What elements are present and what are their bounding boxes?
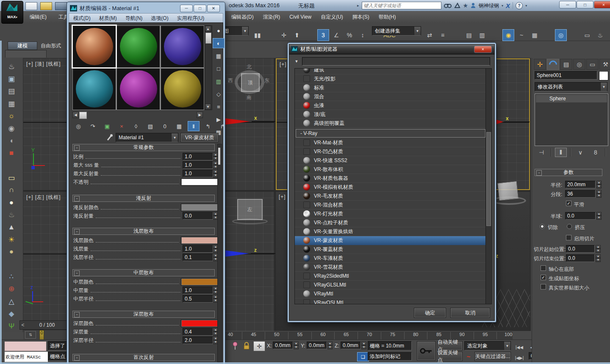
viewport-perspective-label[interactable]: [+] [279,194,286,200]
background-icon[interactable]: ▦ [213,51,225,61]
time-slider[interactable]: < 0 / 100 [19,320,69,330]
me-menu-item[interactable]: 选项(O) [147,15,172,22]
sample-slot[interactable] [117,69,160,110]
get-material-icon[interactable]: ◎ [72,121,84,131]
radius-spinner[interactable]: ▲▼ [596,181,602,188]
communication-center-icon[interactable] [454,3,460,8]
tab-create[interactable]: ✛ [534,59,546,70]
slots-hscroll-left[interactable]: ◀ [72,112,79,118]
menu-item[interactable]: 脚本(S) [351,11,371,23]
lattice-icon[interactable]: △ [3,295,20,308]
tab-motion[interactable]: ◎ [573,59,585,70]
y-coord-spinner[interactable]: ▲▼ [327,342,333,349]
separator[interactable] [542,29,554,41]
make-material-copy-icon[interactable]: ◊ [130,121,142,131]
isolate-selection-icon[interactable]: ❏ [357,352,369,361]
x-coord-field[interactable] [273,342,293,349]
microphone-icon[interactable]: ◖ [3,135,20,147]
browser-item[interactable]: 虫漆 [295,101,486,110]
mirror-icon[interactable]: ⇄ [424,29,435,41]
time-slider-thumb[interactable]: 0 [39,330,44,340]
rollout-general-params[interactable]: -常规参数 [72,144,215,151]
menu-item[interactable]: 自定义(U) [319,11,345,23]
squash-radio[interactable] [567,224,572,229]
me-close-button[interactable]: ✕ [207,5,220,12]
search-input[interactable] [362,2,441,9]
material-editor-icon[interactable]: ◉ [502,29,514,41]
browser-item[interactable]: VR-模拟有机材质 [295,183,486,192]
sample-slot[interactable] [161,26,204,67]
render-production-icon[interactable]: ♨ [594,29,606,41]
add-time-tag[interactable]: 添加时间标记 [368,352,412,361]
me-menu-item[interactable]: 导航(N) [121,15,147,22]
angle-snap-icon[interactable]: ∠ [330,29,342,41]
show-end-result-stack-icon[interactable]: ‖ [555,148,567,157]
maximize-window-button[interactable]: □ [577,1,593,8]
browser-item[interactable]: 顶/底 [295,110,486,119]
backlight-icon[interactable]: ◐ [213,38,225,48]
molecules-icon[interactable]: ⊕ [3,283,20,295]
render-iray-icon[interactable]: ♨ [607,29,610,41]
radius-field[interactable] [565,181,596,188]
sample-slot[interactable] [73,69,116,110]
scatter-icon[interactable]: ∴ [3,270,20,283]
browser-item[interactable]: VR-快速 SSS2 [295,156,486,165]
separator[interactable] [568,29,580,41]
slice-to-spinner[interactable]: ▲▼ [596,254,601,262]
absolute-relative-coords-icon[interactable]: ✛ [253,341,265,351]
browser-item[interactable]: VR-毛发材质 [295,192,486,201]
menu-item[interactable]: 渲染(R) [261,11,282,23]
me-minimize-button[interactable]: ─ [180,5,193,12]
remove-modifier-icon[interactable]: 8 [590,148,602,157]
browser-item[interactable]: VRayOSLMtl [295,298,486,304]
separator[interactable] [3,258,20,270]
browser-item[interactable]: 标准 [295,83,486,92]
sample-type-icon[interactable]: ● [213,25,225,36]
exchange-store-icon[interactable]: X [506,2,510,9]
maxscript-listener-white[interactable]: 欢迎使用 MAXSc [4,351,48,362]
align-icon[interactable]: ≡ [437,29,449,41]
hemisphere-field[interactable] [565,212,596,220]
sphere-light-icon[interactable]: ● [3,196,20,209]
search-binoculars-icon[interactable] [444,3,452,8]
separator[interactable] [265,29,277,41]
pick-material-eyedropper-icon[interactable] [106,134,113,141]
app-button[interactable]: MAX▾ [1,1,23,24]
plane-icon[interactable]: ▭ [3,172,20,184]
put-to-scene-icon[interactable]: ↷ [87,121,99,131]
menu-item[interactable]: 编辑器(D) [230,11,255,23]
set-key-button[interactable]: 设置关键点 [437,352,463,361]
tab-utilities[interactable]: ⚒ [599,59,610,70]
sample-slot[interactable] [73,26,116,67]
browser-close-button[interactable]: × [474,46,492,53]
browser-item[interactable]: VR-散布体积 [295,165,486,174]
pin-stack-icon[interactable]: ⊣ [535,148,547,157]
sample-slot[interactable] [161,69,204,110]
go-forward-to-sibling-icon[interactable]: ↱ [216,121,228,131]
param-value-field[interactable]: 1.0 [183,161,213,169]
viewcube-top-compass[interactable]: 顶 北 南 西 东 [234,64,266,102]
selection-lock-icon[interactable] [243,342,250,350]
sun-icon[interactable]: ☀ [3,234,20,246]
teapot-icon[interactable]: ♨ [3,61,20,73]
viewport-front-label[interactable]: [+] [280,61,287,67]
curve-editor-icon[interactable]: ~ [516,29,527,41]
rollout-shallow-scatter[interactable]: -浅层散布 [72,228,215,235]
video-color-check-icon[interactable]: ▥ [213,76,225,86]
material-editor-titlebar[interactable]: 材质编辑器 - Material #1 ─ □ ✕ [69,3,223,13]
browser-filter-caret-icon[interactable]: ▼ [293,58,300,65]
browser-scrollbar-thumb[interactable] [486,132,491,226]
selection-set-dropdown[interactable]: 选定对象▼ [464,341,511,350]
tab-display[interactable]: ▭ [586,59,599,70]
percent-snap-icon[interactable]: % [344,29,355,41]
material-name-dropdown[interactable]: Material #1▼ [116,133,178,142]
browser-item[interactable]: 高级照明覆盖 [295,119,486,128]
param-value-field[interactable]: 0.1 [183,254,213,261]
param-value-field[interactable]: 1.0 [183,153,213,160]
rendered-frame-icon[interactable]: ▣ [3,73,20,85]
render-setup-icon[interactable]: ◎ [555,29,567,41]
make-preview-icon[interactable]: ◇ [213,89,225,99]
separator[interactable] [489,29,501,41]
param-color-swatch[interactable] [181,278,218,286]
browser-item[interactable]: VRayMtl [295,290,486,298]
